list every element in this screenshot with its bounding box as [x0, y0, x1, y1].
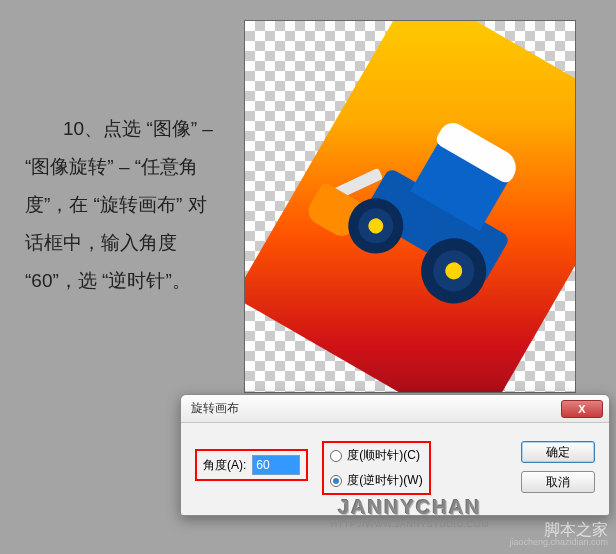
watermark-brand: JANNYCHAN	[338, 496, 482, 519]
direction-radio-group: 度(顺时针)(C) 度(逆时针)(W)	[322, 441, 430, 495]
canvas-preview	[244, 20, 576, 393]
instruction-text: 10、点选 “图像” – “图像旋转” – “任意角度”，在 “旋转画布” 对话…	[25, 110, 225, 300]
radio-icon	[330, 475, 342, 487]
angle-input[interactable]	[252, 455, 300, 475]
cancel-button[interactable]: 取消	[521, 471, 595, 493]
angle-field-group: 角度(A):	[195, 449, 308, 481]
ok-button[interactable]: 确定	[521, 441, 595, 463]
radio-counterclockwise[interactable]: 度(逆时针)(W)	[330, 472, 422, 489]
radio-ccw-label: 度(逆时针)(W)	[347, 472, 422, 489]
rotated-image	[244, 20, 576, 393]
toy-illustration	[317, 97, 563, 343]
site-watermark: 脚本之家 jiaocheng.chazidian.com	[509, 521, 608, 548]
site-name: 脚本之家	[509, 521, 608, 539]
radio-icon	[330, 450, 342, 462]
radio-cw-label: 度(顺时针)(C)	[347, 447, 420, 464]
radio-clockwise[interactable]: 度(顺时针)(C)	[330, 447, 422, 464]
dialog-titlebar[interactable]: 旋转画布 X	[181, 395, 609, 423]
site-url: jiaocheng.chazidian.com	[509, 538, 608, 548]
close-icon: X	[578, 403, 585, 415]
angle-label: 角度(A):	[203, 457, 246, 474]
close-button[interactable]: X	[561, 400, 603, 418]
watermark-url: HTTP://WWW.JANNYSTUDIO.COM	[331, 519, 490, 529]
dialog-title: 旋转画布	[191, 400, 561, 417]
